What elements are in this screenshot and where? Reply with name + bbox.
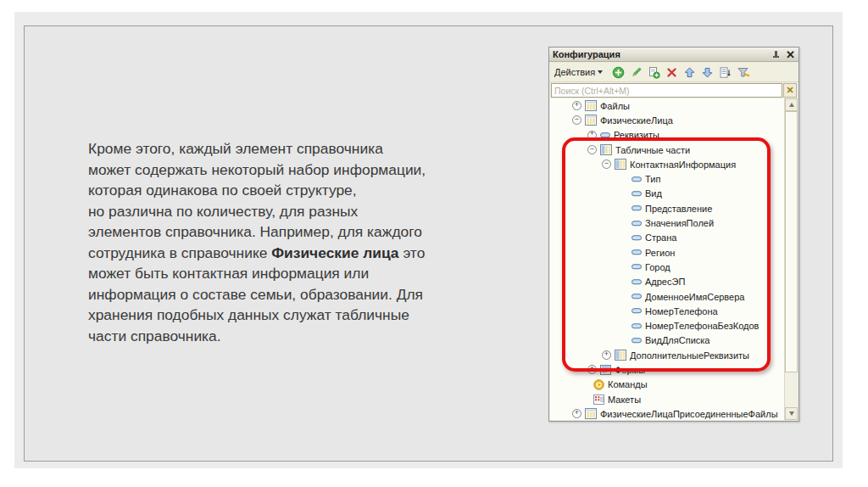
tree-row[interactable]: Город (550, 260, 784, 274)
move-up-icon (683, 66, 696, 79)
paragraph-line: может быть контактная информация или (88, 263, 495, 284)
tree-row[interactable]: Вид (550, 187, 784, 201)
tree-row-label: Представление (645, 204, 712, 214)
command-icon (593, 379, 604, 390)
copy-add-icon (648, 66, 660, 79)
tree-row-label: ФизическиеЛица (600, 115, 673, 126)
attribute-dash-icon (632, 323, 642, 329)
tree-row[interactable]: Тип (550, 171, 784, 186)
actions-menu-label: Действия (554, 67, 595, 77)
tree-row[interactable]: ЗначенияПолей (550, 216, 784, 230)
tabular-section-icon (600, 144, 612, 155)
layout-icon (593, 395, 604, 405)
tree-row[interactable]: −ФизическиеЛица (550, 113, 784, 127)
table-icon (585, 100, 597, 111)
tree-row[interactable]: Страна (550, 231, 784, 245)
collapse-minus-icon[interactable]: − (602, 160, 611, 169)
collapse-minus-icon[interactable]: − (587, 145, 597, 154)
tree-row-label: Файлы (600, 101, 630, 111)
paragraph-text: это (399, 244, 426, 261)
copy-add-button[interactable] (646, 64, 662, 81)
attribute-dash-icon (632, 249, 642, 255)
add-button[interactable] (610, 64, 626, 81)
tree-scrollbar[interactable] (784, 98, 798, 420)
attribute-dash-icon (632, 191, 642, 197)
tabular-section-icon (615, 350, 626, 361)
attribute-dash-icon (632, 235, 642, 241)
attribute-dash-icon (632, 264, 642, 270)
tree-row[interactable]: +Файлы (550, 98, 784, 113)
tabular-section-icon (615, 159, 626, 170)
paragraph-text: части справочника. (88, 327, 221, 344)
configuration-window: Конфигурация ✕ Действия ✕ +Файлы−Физичес… (548, 47, 799, 422)
paragraph-text: хранения подобных данных служат табличны… (88, 306, 409, 323)
attribute-dash-icon (632, 338, 642, 344)
tree-row[interactable]: −Табличные части (550, 143, 784, 157)
tree-row[interactable]: Команды (550, 378, 784, 392)
expand-plus-icon[interactable]: + (587, 131, 597, 140)
edit-pencil-icon (630, 66, 643, 79)
table-icon (585, 408, 597, 419)
move-up-button[interactable] (682, 64, 698, 81)
tree-row[interactable]: +ФизическиеЛицаПрисоединенныеФайлы (550, 406, 784, 420)
scroll-up-button[interactable] (785, 98, 798, 111)
tree-row-label: НомерТелефонаБезКодов (645, 321, 759, 331)
tree-row-label: Регион (645, 248, 675, 258)
paragraph-line: элементов справочника. Например, для каж… (88, 221, 495, 243)
tree-row[interactable]: НомерТелефонаБезКодов (550, 318, 784, 333)
tree-row-label: Макеты (608, 395, 641, 405)
tree-row-label: ДополнительныеРеквизиты (630, 350, 749, 361)
scroll-down-button[interactable] (785, 407, 798, 420)
collapse-minus-icon[interactable]: − (572, 115, 581, 125)
tree-row-label: Табличные части (615, 145, 690, 155)
tree-row[interactable]: НомерТелефона (550, 304, 784, 318)
tree-row-label: Тип (645, 174, 660, 184)
attribute-dash-icon (632, 279, 642, 285)
sort-list-button[interactable] (717, 64, 733, 81)
expand-plus-icon[interactable]: + (572, 409, 581, 418)
tree-row[interactable]: +Формы (550, 362, 784, 377)
tree-row[interactable]: АдресЭП (550, 275, 784, 289)
attribute-dash-icon (632, 221, 642, 227)
paragraph-line: информация о составе семьи, образовании.… (88, 284, 495, 305)
pin-icon[interactable] (772, 50, 780, 59)
tree-row[interactable]: Регион (550, 245, 784, 260)
attribute-dash-icon (632, 308, 642, 314)
attribute-dash-icon (632, 294, 642, 299)
scrollbar-thumb[interactable] (785, 111, 798, 372)
tree-row[interactable]: ДоменноеИмяСервера (550, 289, 784, 304)
search-input[interactable] (551, 83, 782, 98)
delete-button[interactable] (664, 64, 680, 81)
tree-row[interactable]: −КонтактнаяИнформация (550, 157, 784, 171)
table-icon (585, 115, 597, 126)
tree-row[interactable]: +ДополнительныеРеквизиты (550, 348, 784, 362)
tree-row[interactable]: Представление (550, 201, 784, 216)
actions-menu-button[interactable]: Действия (552, 65, 605, 79)
move-down-button[interactable] (699, 64, 715, 81)
configuration-titlebar: Конфигурация ✕ (549, 48, 798, 62)
close-icon[interactable]: ✕ (786, 49, 795, 60)
paragraph-text: может быть контактная информация или (88, 265, 369, 282)
filter-button[interactable] (735, 64, 751, 81)
expand-plus-icon[interactable]: + (587, 365, 597, 374)
paragraph-text: Кроме этого, каждый элемент справочника (88, 140, 383, 157)
paragraph-text: которая одинакова по своей структуре, (88, 182, 357, 199)
attribute-dash-icon (632, 205, 642, 211)
tree-row-label: ВидДляСписка (645, 335, 709, 345)
slide-paragraph: Кроме этого, каждый элемент справочникам… (88, 138, 495, 346)
tree-row-label: НомерТелефона (645, 306, 718, 316)
expand-plus-icon[interactable]: + (572, 101, 581, 110)
attribute-dash-icon (600, 132, 610, 138)
search-clear-button[interactable]: ✕ (783, 83, 797, 98)
tree-row[interactable]: ВидДляСписка (550, 333, 784, 348)
edit-pencil-button[interactable] (628, 64, 644, 81)
paragraph-line: может содержать некоторый набор информац… (88, 160, 495, 181)
paragraph-text: может содержать некоторый набор информац… (88, 161, 426, 178)
tree-row-label: Город (645, 262, 670, 272)
expand-plus-icon[interactable]: + (602, 350, 611, 360)
tree-row-label: Формы (615, 365, 645, 375)
tree-row[interactable]: +Реквизиты (550, 128, 784, 143)
tree-row-label: ЗначенияПолей (645, 218, 714, 228)
paragraph-line: Кроме этого, каждый элемент справочника (88, 138, 495, 160)
tree-row[interactable]: Макеты (550, 392, 784, 406)
